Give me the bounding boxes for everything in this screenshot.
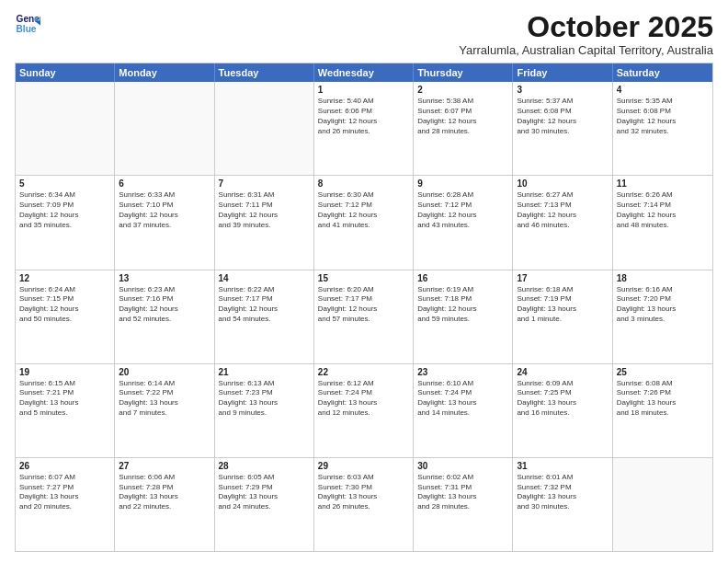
day-number: 28 [219, 461, 310, 471]
day-info: Sunrise: 6:09 AM Sunset: 7:25 PM Dayligh… [517, 379, 608, 419]
day-info: Sunrise: 6:10 AM Sunset: 7:24 PM Dayligh… [417, 379, 508, 419]
day-number: 30 [417, 461, 508, 471]
title-block: October 2025 Yarralumla, Australian Capi… [459, 11, 713, 57]
day-info: Sunrise: 6:16 AM Sunset: 7:20 PM Dayligh… [617, 285, 709, 325]
day-number: 12 [19, 273, 110, 283]
day-cell: 13Sunrise: 6:23 AM Sunset: 7:16 PM Dayli… [115, 270, 214, 363]
day-info: Sunrise: 6:18 AM Sunset: 7:19 PM Dayligh… [517, 285, 608, 325]
day-header: Friday [513, 63, 612, 82]
day-cell: 30Sunrise: 6:02 AM Sunset: 7:31 PM Dayli… [414, 458, 513, 551]
day-info: Sunrise: 6:19 AM Sunset: 7:18 PM Dayligh… [417, 285, 508, 325]
day-cell: 5Sunrise: 6:34 AM Sunset: 7:09 PM Daylig… [16, 176, 115, 269]
day-info: Sunrise: 6:31 AM Sunset: 7:11 PM Dayligh… [219, 190, 310, 230]
day-header: Thursday [414, 63, 513, 82]
day-number: 18 [617, 273, 709, 283]
day-info: Sunrise: 6:02 AM Sunset: 7:31 PM Dayligh… [417, 473, 508, 512]
day-number: 23 [417, 367, 508, 377]
day-number: 15 [318, 273, 409, 283]
calendar: SundayMondayTuesdayWednesdayThursdayFrid… [15, 63, 713, 552]
day-number: 19 [19, 367, 110, 377]
day-cell: 12Sunrise: 6:24 AM Sunset: 7:15 PM Dayli… [16, 270, 115, 363]
day-info: Sunrise: 6:34 AM Sunset: 7:09 PM Dayligh… [19, 190, 110, 230]
day-cell: 22Sunrise: 6:12 AM Sunset: 7:24 PM Dayli… [314, 364, 414, 457]
day-cell: 27Sunrise: 6:06 AM Sunset: 7:28 PM Dayli… [115, 458, 214, 551]
day-header: Wednesday [314, 63, 414, 82]
day-cell: 9Sunrise: 6:28 AM Sunset: 7:12 PM Daylig… [414, 176, 513, 269]
day-number: 4 [617, 85, 709, 95]
day-cell: 4Sunrise: 5:35 AM Sunset: 6:08 PM Daylig… [613, 82, 712, 175]
day-info: Sunrise: 6:05 AM Sunset: 7:29 PM Dayligh… [219, 473, 310, 512]
day-info: Sunrise: 5:37 AM Sunset: 6:08 PM Dayligh… [517, 97, 608, 136]
day-number: 2 [417, 85, 508, 95]
day-cell: 20Sunrise: 6:14 AM Sunset: 7:22 PM Dayli… [115, 364, 214, 457]
logo: General Blue [15, 11, 40, 37]
day-cell [613, 458, 712, 551]
day-cell: 15Sunrise: 6:20 AM Sunset: 7:17 PM Dayli… [314, 270, 414, 363]
day-cell: 1Sunrise: 5:40 AM Sunset: 6:06 PM Daylig… [314, 82, 414, 175]
day-cell [215, 82, 314, 175]
day-cell: 6Sunrise: 6:33 AM Sunset: 7:10 PM Daylig… [115, 176, 214, 269]
day-info: Sunrise: 6:26 AM Sunset: 7:14 PM Dayligh… [617, 190, 709, 230]
day-number: 20 [119, 367, 210, 377]
day-cell: 28Sunrise: 6:05 AM Sunset: 7:29 PM Dayli… [215, 458, 314, 551]
day-number: 1 [318, 85, 409, 95]
day-cell [16, 82, 115, 175]
day-cell: 29Sunrise: 6:03 AM Sunset: 7:30 PM Dayli… [314, 458, 414, 551]
week-row: 26Sunrise: 6:07 AM Sunset: 7:27 PM Dayli… [16, 458, 712, 551]
day-cell: 14Sunrise: 6:22 AM Sunset: 7:17 PM Dayli… [215, 270, 314, 363]
header: General Blue October 2025 Yarralumla, Au… [15, 11, 713, 57]
day-number: 27 [119, 461, 210, 471]
day-info: Sunrise: 6:27 AM Sunset: 7:13 PM Dayligh… [517, 190, 608, 230]
day-number: 14 [219, 273, 310, 283]
day-cell: 26Sunrise: 6:07 AM Sunset: 7:27 PM Dayli… [16, 458, 115, 551]
day-number: 11 [617, 178, 709, 189]
day-number: 6 [119, 178, 210, 189]
day-info: Sunrise: 6:22 AM Sunset: 7:17 PM Dayligh… [219, 285, 310, 325]
day-cell: 17Sunrise: 6:18 AM Sunset: 7:19 PM Dayli… [513, 270, 612, 363]
week-row: 12Sunrise: 6:24 AM Sunset: 7:15 PM Dayli… [16, 270, 712, 364]
day-info: Sunrise: 6:33 AM Sunset: 7:10 PM Dayligh… [119, 190, 210, 230]
day-cell: 10Sunrise: 6:27 AM Sunset: 7:13 PM Dayli… [513, 176, 612, 269]
day-info: Sunrise: 6:12 AM Sunset: 7:24 PM Dayligh… [318, 379, 409, 419]
logo-icon: General Blue [15, 11, 40, 37]
day-number: 10 [517, 178, 608, 189]
day-cell: 7Sunrise: 6:31 AM Sunset: 7:11 PM Daylig… [215, 176, 314, 269]
day-info: Sunrise: 6:15 AM Sunset: 7:21 PM Dayligh… [19, 379, 110, 419]
day-info: Sunrise: 5:35 AM Sunset: 6:08 PM Dayligh… [617, 97, 709, 136]
day-info: Sunrise: 6:06 AM Sunset: 7:28 PM Dayligh… [119, 473, 210, 512]
day-info: Sunrise: 6:08 AM Sunset: 7:26 PM Dayligh… [617, 379, 709, 419]
day-number: 9 [417, 178, 508, 189]
day-number: 16 [417, 273, 508, 283]
day-cell [115, 82, 214, 175]
day-cell: 19Sunrise: 6:15 AM Sunset: 7:21 PM Dayli… [16, 364, 115, 457]
day-cell: 23Sunrise: 6:10 AM Sunset: 7:24 PM Dayli… [414, 364, 513, 457]
day-header: Saturday [613, 63, 712, 82]
day-info: Sunrise: 5:40 AM Sunset: 6:06 PM Dayligh… [318, 97, 409, 136]
day-info: Sunrise: 5:38 AM Sunset: 6:07 PM Dayligh… [417, 97, 508, 136]
week-row: 1Sunrise: 5:40 AM Sunset: 6:06 PM Daylig… [16, 82, 712, 176]
day-number: 3 [517, 85, 608, 95]
day-number: 26 [19, 461, 110, 471]
day-cell: 2Sunrise: 5:38 AM Sunset: 6:07 PM Daylig… [414, 82, 513, 175]
day-cell: 24Sunrise: 6:09 AM Sunset: 7:25 PM Dayli… [513, 364, 612, 457]
day-number: 21 [219, 367, 310, 377]
day-header: Monday [115, 63, 214, 82]
day-number: 13 [119, 273, 210, 283]
calendar-body: 1Sunrise: 5:40 AM Sunset: 6:06 PM Daylig… [16, 82, 712, 551]
day-info: Sunrise: 6:14 AM Sunset: 7:22 PM Dayligh… [119, 379, 210, 419]
page: General Blue October 2025 Yarralumla, Au… [0, 0, 728, 563]
day-header: Sunday [16, 63, 115, 82]
day-info: Sunrise: 6:24 AM Sunset: 7:15 PM Dayligh… [19, 285, 110, 325]
day-info: Sunrise: 6:20 AM Sunset: 7:17 PM Dayligh… [318, 285, 409, 325]
day-cell: 11Sunrise: 6:26 AM Sunset: 7:14 PM Dayli… [613, 176, 712, 269]
day-info: Sunrise: 6:23 AM Sunset: 7:16 PM Dayligh… [119, 285, 210, 325]
month-title: October 2025 [459, 11, 713, 43]
subtitle: Yarralumla, Australian Capital Territory… [459, 43, 713, 57]
day-cell: 31Sunrise: 6:01 AM Sunset: 7:32 PM Dayli… [513, 458, 612, 551]
day-cell: 16Sunrise: 6:19 AM Sunset: 7:18 PM Dayli… [414, 270, 513, 363]
day-cell: 25Sunrise: 6:08 AM Sunset: 7:26 PM Dayli… [613, 364, 712, 457]
day-cell: 8Sunrise: 6:30 AM Sunset: 7:12 PM Daylig… [314, 176, 414, 269]
day-number: 7 [219, 178, 310, 189]
day-cell: 18Sunrise: 6:16 AM Sunset: 7:20 PM Dayli… [613, 270, 712, 363]
day-info: Sunrise: 6:01 AM Sunset: 7:32 PM Dayligh… [517, 473, 608, 512]
